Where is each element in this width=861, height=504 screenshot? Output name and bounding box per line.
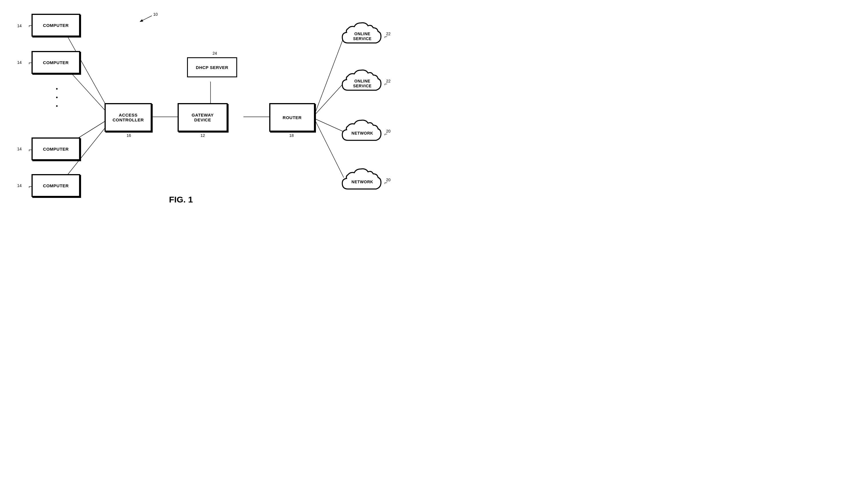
computer-label-1: COMPUTER <box>43 23 69 28</box>
computer-ref-2: 14 <box>17 60 22 65</box>
online-service-cloud-2: ONLINE SERVICE <box>339 63 385 100</box>
router-ref: 18 <box>289 133 294 138</box>
access-controller-label: ACCESSCONTROLLER <box>112 112 144 122</box>
computer-ref-3: 14 <box>17 147 22 151</box>
dhcp-server-label: DHCP SERVER <box>196 65 228 70</box>
computer-label-4: COMPUTER <box>43 183 69 188</box>
svg-text:NETWORK: NETWORK <box>352 179 373 184</box>
computer-connector-2: ⌐ <box>29 59 32 66</box>
access-controller-ref: 16 <box>127 133 131 138</box>
online-service-cloud-1: ONLINE SERVICE <box>339 16 385 53</box>
computer-ref-1: 14 <box>17 24 22 28</box>
computer-ref-4: 14 <box>17 183 22 188</box>
computer-label-3: COMPUTER <box>43 147 69 151</box>
router-label: ROUTER <box>283 115 302 120</box>
diagram-container: 10 COMPUTER 14 ⌐ COMPUTER 14 ⌐ ••• COMPU… <box>0 0 430 252</box>
svg-text:SERVICE: SERVICE <box>353 84 372 88</box>
svg-text:SERVICE: SERVICE <box>353 36 372 41</box>
svg-text:ONLINE: ONLINE <box>354 79 370 83</box>
computer-box-1: COMPUTER <box>31 14 80 37</box>
gateway-device-ref: 12 <box>201 133 205 138</box>
dhcp-server-ref: 24 <box>213 51 217 56</box>
computer-label-2: COMPUTER <box>43 60 69 65</box>
computer-connector-1: ⌐ <box>29 22 32 29</box>
svg-line-11 <box>140 16 152 22</box>
cloud-connector-1: ⌐ <box>384 34 387 40</box>
computer-box-2: COMPUTER <box>31 51 80 74</box>
computer-connector-3: ⌐ <box>29 147 32 153</box>
network-cloud-2: NETWORK <box>339 162 385 199</box>
svg-text:ONLINE: ONLINE <box>354 31 370 36</box>
computer-connector-4: ⌐ <box>29 183 32 190</box>
computer-box-4: COMPUTER <box>31 174 80 197</box>
gateway-device-box: GATEWAYDEVICE <box>178 103 228 132</box>
dots: ••• <box>56 84 58 110</box>
computer-box-3: COMPUTER <box>31 137 80 160</box>
fig-label: FIG. 1 <box>169 195 193 204</box>
dhcp-server-box: DHCP SERVER <box>187 57 237 77</box>
router-box: ROUTER <box>269 103 315 132</box>
cloud-connector-4: ⌐ <box>384 180 387 186</box>
cloud-connector-2: ⌐ <box>384 81 387 87</box>
cloud-connector-3: ⌐ <box>384 131 387 137</box>
svg-text:NETWORK: NETWORK <box>352 131 373 135</box>
network-cloud-1: NETWORK <box>339 113 385 150</box>
gateway-device-label: GATEWAYDEVICE <box>192 112 214 122</box>
access-controller-box: ACCESSCONTROLLER <box>105 103 152 132</box>
ref-10: 10 <box>153 12 158 17</box>
